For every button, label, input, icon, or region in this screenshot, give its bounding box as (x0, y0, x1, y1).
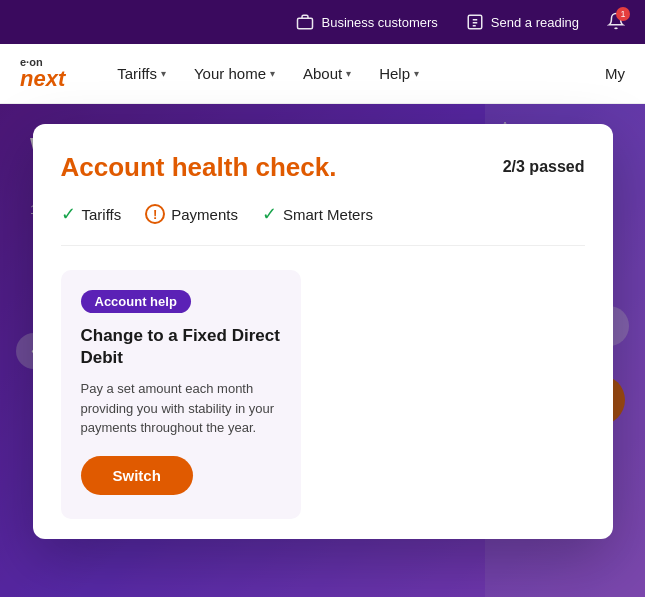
nav-bar: e·on next Tariffs ▾ Your home ▾ About ▾ … (0, 44, 645, 104)
notification-bell[interactable]: 1 (607, 12, 625, 33)
card-body: Pay a set amount each month providing yo… (81, 379, 281, 438)
account-health-modal: Account health check. 2/3 passed ✓ Tarif… (33, 124, 613, 539)
meter-icon (466, 13, 484, 31)
briefcase-icon (296, 13, 314, 31)
payments-check-label: Payments (171, 206, 238, 223)
nav-tariffs[interactable]: Tariffs ▾ (105, 57, 178, 90)
modal-title: Account health check. (61, 152, 337, 183)
check-tariffs: ✓ Tariffs (61, 203, 122, 225)
switch-button[interactable]: Switch (81, 456, 193, 495)
modal-passed: 2/3 passed (503, 152, 585, 176)
nav-your-home[interactable]: Your home ▾ (182, 57, 287, 90)
help-chevron-icon: ▾ (414, 68, 419, 79)
check-smart-meters: ✓ Smart Meters (262, 203, 373, 225)
nav-my-label: My (605, 65, 625, 82)
smart-meters-check-label: Smart Meters (283, 206, 373, 223)
nav-tariffs-label: Tariffs (117, 65, 157, 82)
business-label: Business customers (321, 15, 437, 30)
card-tag: Account help (81, 290, 191, 313)
nav-items: Tariffs ▾ Your home ▾ About ▾ Help ▾ (105, 57, 605, 90)
modal-overlay: Account health check. 2/3 passed ✓ Tarif… (0, 104, 645, 597)
business-customers-link[interactable]: Business customers (296, 13, 437, 31)
nav-help[interactable]: Help ▾ (367, 57, 431, 90)
payments-check-warn-icon: ! (145, 204, 165, 224)
logo-next: next (20, 68, 65, 90)
recommendation-card: Account help Change to a Fixed Direct De… (61, 270, 301, 519)
send-reading-label: Send a reading (491, 15, 579, 30)
svg-rect-0 (298, 18, 313, 29)
modal-header: Account health check. 2/3 passed (61, 152, 585, 183)
tariffs-chevron-icon: ▾ (161, 68, 166, 79)
nav-help-label: Help (379, 65, 410, 82)
top-bar: Business customers Send a reading 1 (0, 0, 645, 44)
check-payments: ! Payments (145, 204, 238, 224)
nav-about-label: About (303, 65, 342, 82)
modal-checks: ✓ Tariffs ! Payments ✓ Smart Meters (61, 203, 585, 246)
nav-about[interactable]: About ▾ (291, 57, 363, 90)
card-title: Change to a Fixed Direct Debit (81, 325, 281, 369)
send-reading-link[interactable]: Send a reading (466, 13, 579, 31)
nav-your-home-label: Your home (194, 65, 266, 82)
logo[interactable]: e·on next (20, 57, 65, 90)
notification-count: 1 (616, 7, 630, 21)
about-chevron-icon: ▾ (346, 68, 351, 79)
tariffs-check-label: Tariffs (82, 206, 122, 223)
tariffs-check-ok-icon: ✓ (61, 203, 76, 225)
smart-meters-check-ok-icon: ✓ (262, 203, 277, 225)
nav-my[interactable]: My (605, 65, 625, 82)
your-home-chevron-icon: ▾ (270, 68, 275, 79)
